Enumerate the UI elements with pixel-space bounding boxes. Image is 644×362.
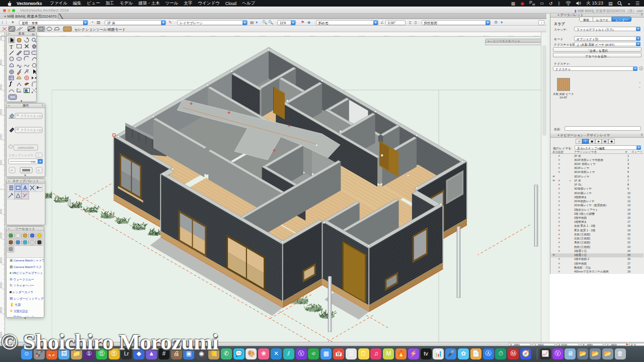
svg-text:T: T xyxy=(10,44,13,50)
svg-text:-50000: -50000 xyxy=(359,35,365,37)
svg-text:-85000: -85000 xyxy=(532,35,539,37)
svg-text:15000: 15000 xyxy=(0,109,3,115)
svg-text:-80000: -80000 xyxy=(508,35,514,37)
svg-text:-65000: -65000 xyxy=(433,35,440,37)
svg-text:5000: 5000 xyxy=(0,159,3,165)
svg-text:↕: ↕ xyxy=(39,129,40,132)
svg-text:-10000: -10000 xyxy=(159,35,166,37)
svg-text:▼: ▼ xyxy=(39,160,42,163)
svg-text:10000: 10000 xyxy=(60,35,66,37)
svg-text:-20000: -20000 xyxy=(209,35,216,37)
svg-text:30000: 30000 xyxy=(0,37,3,41)
svg-text:5000: 5000 xyxy=(85,35,90,37)
svg-text:10000: 10000 xyxy=(0,134,3,140)
svg-text:-40000: -40000 xyxy=(309,35,315,37)
svg-text:-35000: -35000 xyxy=(284,35,290,37)
svg-text:-25000: -25000 xyxy=(234,35,241,37)
svg-text:0: 0 xyxy=(110,35,112,37)
svg-text:↕: ↕ xyxy=(39,115,40,118)
svg-text:↻: ↻ xyxy=(38,169,40,172)
svg-text:-30000: -30000 xyxy=(259,35,266,37)
svg-text:-55000: -55000 xyxy=(383,35,390,37)
svg-text:-75000: -75000 xyxy=(483,35,490,37)
svg-text:-60000: -60000 xyxy=(408,35,415,37)
svg-text:100%/100%: 100%/100% xyxy=(18,146,34,149)
svg-text:-25000: -25000 xyxy=(0,307,3,314)
svg-text:0.03: 0.03 xyxy=(31,161,36,163)
svg-text:-10000: -10000 xyxy=(0,232,3,240)
svg-text:20000: 20000 xyxy=(0,84,3,90)
svg-text:25000: 25000 xyxy=(0,59,3,65)
svg-text:-45000: -45000 xyxy=(334,35,340,37)
svg-text:↺: ↺ xyxy=(11,169,13,172)
svg-text:▼: ▼ xyxy=(24,174,27,176)
svg-text:ドロップシャドウ: ドロップシャドウ xyxy=(9,154,33,157)
svg-text:-70000: -70000 xyxy=(458,35,464,37)
svg-text:-5000: -5000 xyxy=(135,35,140,37)
svg-text:-5000: -5000 xyxy=(0,209,3,215)
svg-text:-15000: -15000 xyxy=(185,35,191,37)
svg-text:0: 0 xyxy=(0,188,3,190)
svg-text:-20000: -20000 xyxy=(0,282,3,289)
svg-text:-15000: -15000 xyxy=(0,257,3,264)
svg-text:▽: ▽ xyxy=(37,154,39,157)
